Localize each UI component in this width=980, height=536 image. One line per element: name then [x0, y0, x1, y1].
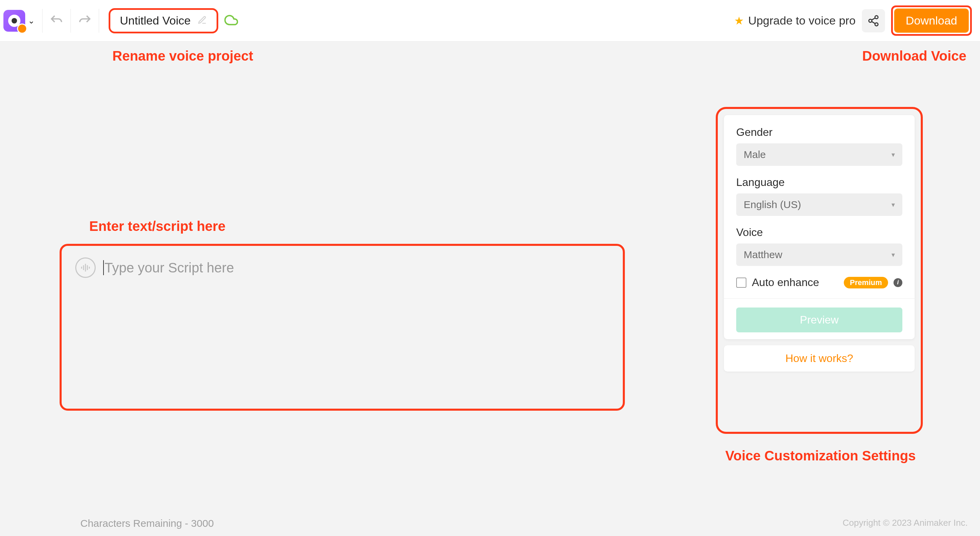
- redo-button[interactable]: [73, 9, 97, 33]
- premium-badge: Premium: [844, 277, 888, 288]
- voice-value: Matthew: [744, 249, 782, 261]
- project-title-box[interactable]: Untitled Voice: [109, 8, 218, 33]
- chars-remaining: Characters Remaining - 3000: [80, 518, 214, 529]
- edit-icon: [197, 15, 207, 26]
- settings-card: Gender Male ▾ Language English (US) ▾ Vo…: [724, 115, 915, 339]
- language-select[interactable]: English (US) ▾: [736, 193, 902, 216]
- share-button[interactable]: [862, 9, 885, 32]
- auto-enhance-checkbox[interactable]: [736, 278, 746, 288]
- svg-line-4: [872, 18, 875, 20]
- separator: [70, 9, 71, 33]
- text-cursor: [103, 260, 104, 275]
- script-placeholder: Type your Script here: [105, 260, 234, 275]
- auto-enhance-row: Auto enhance Premium i: [736, 276, 902, 289]
- logo-dropdown[interactable]: ⌄: [3, 10, 40, 32]
- project-title: Untitled Voice: [120, 14, 191, 27]
- chevron-down-icon: ▾: [891, 151, 895, 159]
- settings-panel-highlight: Gender Male ▾ Language English (US) ▾ Vo…: [716, 107, 923, 434]
- auto-enhance-label: Auto enhance: [752, 276, 838, 289]
- voice-select[interactable]: Matthew ▾: [736, 243, 902, 266]
- download-button[interactable]: Download: [894, 8, 969, 33]
- header-right: ★ Upgrade to voice pro Download: [734, 5, 972, 36]
- svg-line-3: [872, 21, 875, 24]
- gender-label: Gender: [736, 126, 902, 138]
- upgrade-text: Upgrade to voice pro: [748, 14, 856, 27]
- audio-wave-icon: [75, 258, 96, 278]
- annotation-enter-text: Enter text/script here: [89, 219, 226, 234]
- svg-point-1: [869, 19, 872, 22]
- app-logo-icon: [3, 10, 25, 32]
- separator: [42, 9, 43, 33]
- upgrade-link[interactable]: ★ Upgrade to voice pro: [734, 14, 856, 27]
- script-input-line: Type your Script here: [103, 258, 234, 278]
- footer: Characters Remaining - 3000 Copyright © …: [0, 518, 980, 529]
- how-it-works-link: How it works?: [785, 352, 853, 364]
- svg-point-0: [875, 16, 878, 19]
- voice-label: Voice: [736, 226, 902, 239]
- star-icon: ★: [734, 14, 744, 27]
- language-label: Language: [736, 176, 902, 189]
- annotation-settings: Voice Customization Settings: [725, 448, 916, 463]
- gender-select[interactable]: Male ▾: [736, 143, 902, 166]
- chevron-down-icon: ⌄: [28, 16, 35, 25]
- gender-value: Male: [744, 149, 766, 161]
- chevron-down-icon: ▾: [891, 200, 895, 209]
- divider: [724, 298, 915, 299]
- annotation-download: Download Voice: [862, 48, 966, 64]
- how-it-works-card[interactable]: How it works?: [724, 345, 915, 372]
- preview-button[interactable]: Preview: [736, 307, 902, 332]
- svg-point-2: [875, 23, 878, 26]
- info-icon[interactable]: i: [894, 278, 902, 287]
- header: ⌄ Untitled Voice ★ Upgrade to voice pro …: [0, 0, 980, 41]
- copyright: Copyright © 2023 Animaker Inc.: [843, 518, 968, 529]
- download-button-highlight: Download: [891, 5, 972, 36]
- annotation-rename: Rename voice project: [112, 48, 253, 64]
- language-value: English (US): [744, 199, 801, 210]
- cloud-sync-icon: [224, 13, 238, 28]
- script-text-area[interactable]: Type your Script here: [60, 244, 625, 411]
- undo-button[interactable]: [45, 9, 68, 33]
- chevron-down-icon: ▾: [891, 251, 895, 259]
